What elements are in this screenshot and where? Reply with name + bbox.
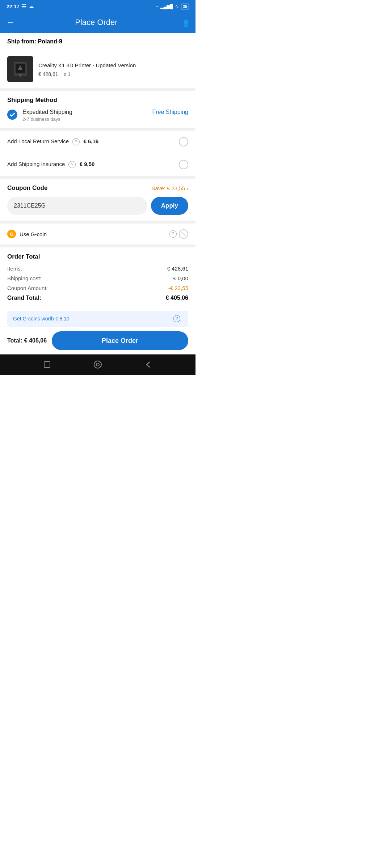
product-section: Creality K1 3D Printer - Updated Version… [0, 50, 196, 91]
svg-rect-6 [44, 362, 50, 367]
product-image [7, 56, 33, 82]
shipping-name: Expedited Shipping [22, 109, 147, 115]
coupon-title: Coupon Code [7, 184, 47, 192]
shipping-insurance-info-icon[interactable]: ? [68, 161, 76, 168]
nav-home-button[interactable] [92, 359, 103, 370]
ship-from-label: Ship from: [7, 38, 36, 44]
status-icons: ⌖ ▂▄▆█ ∿ 35 [156, 4, 189, 9]
status-time: 22:17 ☷ ☁ [7, 4, 34, 9]
shipping-cost-value: € 0,00 [173, 275, 188, 281]
total-row-items: Items: € 428,61 [7, 265, 188, 272]
bottom-total: Total: € 405,06 [7, 337, 47, 344]
coupon-save-label: Save: € 23,55 [151, 185, 185, 191]
svg-rect-4 [18, 74, 22, 75]
svg-point-7 [94, 361, 101, 368]
addon-shipping-insurance-label: Add Shipping Insurance [7, 161, 65, 167]
page-title: Place Order [75, 18, 117, 27]
total-row-grand: Grand Total: € 405,06 [7, 295, 188, 301]
back-button[interactable]: ← [7, 18, 14, 27]
coupon-save[interactable]: Save: € 23,55 › [151, 185, 188, 191]
addon-local-return-label: Add Local Return Service [7, 138, 69, 144]
wifi-icon: ∿ [175, 4, 179, 9]
coupon-input[interactable] [7, 197, 147, 215]
product-price: € 428,61 [38, 71, 58, 77]
gcoin-label: Use G-coin [20, 231, 167, 237]
task-icon: ☷ [22, 4, 26, 9]
coupon-input-row: Apply [7, 197, 188, 215]
coupon-chevron-icon: › [186, 185, 188, 191]
radio-selected [7, 110, 17, 120]
product-name: Creality K1 3D Printer - Updated Version [38, 61, 188, 69]
nav-square-button[interactable] [42, 359, 52, 370]
product-info: Creality K1 3D Printer - Updated Version… [38, 61, 188, 77]
grand-total-value: € 405,06 [166, 295, 188, 301]
addon-local-return: Add Local Return Service ? € 6,16 [7, 131, 188, 153]
addon-shipping-insurance-price: € 9,50 [80, 161, 95, 167]
gcoin-info-bar: Get G-coins worth € 8,10 ? [7, 311, 188, 327]
shipping-cost-label: Shipping cost: [7, 275, 41, 281]
product-quantity: x 1 [64, 71, 71, 77]
coupon-amount-label: Coupon Amount: [7, 285, 48, 291]
nav-bar [0, 354, 196, 375]
addon-local-return-price: € 6,16 [83, 138, 98, 144]
gcoin-toggle[interactable] [179, 229, 188, 239]
ship-from: Ship from: Poland-9 [0, 33, 196, 50]
cloud-icon: ☁ [29, 4, 34, 9]
signal-icon: ▂▄▆█ [160, 4, 173, 9]
svg-point-8 [96, 363, 99, 366]
svg-point-5 [20, 75, 21, 77]
addon-section: Add Local Return Service ? € 6,16 Add Sh… [0, 131, 196, 179]
items-label: Items: [7, 265, 22, 272]
gcoin-icon: G [7, 230, 16, 238]
nav-back-button[interactable] [143, 359, 154, 370]
grand-total-label: Grand Total: [7, 295, 41, 301]
apply-button[interactable]: Apply [151, 197, 188, 215]
shipping-days: 2-7 business days [22, 116, 147, 122]
shipping-option-expedited[interactable]: Expedited Shipping 2-7 business days Fre… [7, 109, 188, 122]
local-return-info-icon[interactable]: ? [72, 138, 80, 145]
product-price-qty: € 428,61 x 1 [38, 71, 188, 77]
free-shipping-label: Free Shipping [152, 109, 188, 115]
gcoin-info-icon[interactable]: ? [169, 230, 177, 238]
battery-indicator: 35 [181, 4, 189, 9]
ship-from-value: Poland-9 [38, 38, 62, 44]
shipping-method-section: Shipping Method Expedited Shipping 2-7 b… [0, 91, 196, 131]
bottom-total-label: Total: [7, 337, 22, 344]
shipping-method-title: Shipping Method [7, 97, 188, 104]
addon-local-return-radio[interactable] [179, 137, 188, 146]
gcoin-section: G Use G-coin ? [0, 224, 196, 247]
support-icon[interactable]: 👥 [178, 17, 189, 27]
items-value: € 428,61 [167, 265, 188, 272]
total-row-shipping: Shipping cost: € 0,00 [7, 275, 188, 281]
order-total-title: Order Total [7, 253, 188, 260]
gcoin-info-help-icon[interactable]: ? [173, 315, 180, 322]
bluetooth-icon: ⌖ [156, 4, 158, 9]
coupon-header: Coupon Code Save: € 23,55 › [7, 184, 188, 192]
addon-shipping-insurance: Add Shipping Insurance ? € 9,50 [7, 153, 188, 176]
coupon-section: Coupon Code Save: € 23,55 › Apply [0, 179, 196, 224]
header: ← Place Order 👥 [0, 13, 196, 33]
bottom-total-value: € 405,06 [24, 337, 47, 344]
bottom-bar: Total: € 405,06 Place Order [0, 327, 196, 354]
place-order-button[interactable]: Place Order [52, 331, 188, 350]
total-row-coupon: Coupon Amount: -€ 23,55 [7, 285, 188, 291]
gcoin-info-text: Get G-coins worth € 8,10 [13, 316, 70, 322]
coupon-amount-value: -€ 23,55 [168, 285, 188, 291]
addon-shipping-insurance-radio[interactable] [179, 160, 188, 169]
status-bar: 22:17 ☷ ☁ ⌖ ▂▄▆█ ∿ 35 [0, 0, 196, 13]
order-total-section: Order Total Items: € 428,61 Shipping cos… [0, 247, 196, 309]
